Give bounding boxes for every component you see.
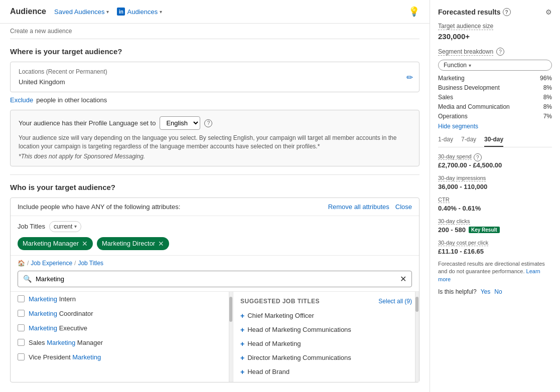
function-chevron-icon: ▾ (469, 63, 471, 68)
plus-icon-3: + (240, 354, 244, 362)
search-icon: 🔍 (23, 275, 32, 283)
breadcrumb-job-experience[interactable]: Job Experience (31, 260, 72, 267)
plus-icon-1: + (240, 326, 244, 334)
job-titles-label: Job Titles (18, 223, 45, 230)
segment-row-1: Business Development 8% (438, 84, 552, 91)
tabs-row: 1-day 7-day 30-day (438, 136, 552, 147)
plus-icon-0: + (240, 312, 244, 320)
audiences-button[interactable]: in Audiences ▾ (117, 8, 162, 16)
result-checkbox-1[interactable] (18, 310, 25, 317)
search-section: 🏠 / Job Experience / Job Titles 🔍 ✕ (11, 255, 419, 291)
list-item[interactable]: Sales Marketing Manager (11, 335, 233, 350)
segment-help-icon[interactable]: ? (496, 48, 504, 56)
suggested-item-label-4: Head of Brand (247, 368, 290, 375)
metric-cost-per-click: 30-day cost per click £11.10 - £16.65 (438, 239, 552, 255)
forecasted-panel: Forecasted results ? ⚙ Target audience s… (430, 0, 560, 392)
breadcrumb-job-titles[interactable]: Job Titles (78, 260, 103, 267)
language-box: Your audience has their Profile Language… (10, 110, 419, 166)
result-checkbox-3[interactable] (18, 339, 25, 346)
target-size-label: Target audience size (438, 23, 493, 30)
suggested-item-3[interactable]: + Director Marketing Communications (233, 351, 419, 365)
segment-row-2: Sales 8% (438, 94, 552, 101)
suggested-item-label-0: Chief Marketing Officer (247, 312, 314, 319)
forecast-note: Forecasted results are directional estim… (438, 260, 552, 283)
suggested-item-2[interactable]: + Head of Marketing (233, 337, 419, 351)
breadcrumb-home-icon[interactable]: 🏠 (18, 260, 25, 267)
audience-title: Audience (10, 7, 46, 16)
list-item[interactable]: Marketing Coordinator (11, 306, 233, 321)
who-section-title: Who is your target audience? (10, 183, 419, 191)
segment-breakdown-label: Segment breakdown (438, 48, 493, 56)
metric-ctr: CTR 0.40% - 0.61% (438, 195, 552, 212)
breadcrumb-sep-1: / (27, 260, 29, 267)
exclude-description: people in other locations (36, 96, 107, 104)
list-item[interactable]: Marketing Executive (11, 321, 233, 335)
tag-marketing-director-label: Marketing Director (102, 240, 155, 247)
tag-marketing-director: Marketing Director ✕ (97, 237, 169, 250)
result-checkbox-0[interactable] (18, 295, 25, 302)
language-note2: *This does not apply for Sponsored Messa… (19, 153, 411, 160)
exclude-link[interactable]: Exclude (10, 96, 33, 104)
metric-impressions-label: 30-day impressions (438, 175, 486, 181)
saved-audiences-button[interactable]: Saved Audiences ▾ (54, 8, 109, 16)
list-item[interactable]: Marketing Intern (11, 292, 233, 306)
edit-icon[interactable]: ✏ (406, 72, 413, 82)
segment-row-3: Media and Communication 8% (438, 103, 552, 110)
forecasted-help-icon[interactable]: ? (503, 8, 511, 16)
tab-1-day[interactable]: 1-day (438, 136, 453, 147)
location-label: Locations (Recent or Permanent) (19, 68, 411, 75)
language-help-icon[interactable]: ? (204, 119, 212, 127)
dropdown-results: Marketing Intern Marketing Coordinator M… (11, 291, 419, 382)
current-label: current (54, 223, 72, 230)
search-input[interactable] (36, 275, 396, 283)
metric-ctr-value: 0.40% - 0.61% (438, 205, 552, 212)
metric-ctr-label: CTR (438, 197, 450, 203)
result-checkbox-2[interactable] (18, 324, 25, 331)
suggested-item-5[interactable]: + Vice President Marketing (233, 379, 419, 382)
attributes-box: Include people who have ANY of the follo… (10, 198, 419, 382)
function-label: Function (444, 62, 467, 69)
tag-marketing-manager-remove[interactable]: ✕ (82, 240, 88, 248)
tags-container: Marketing Manager ✕ Marketing Director ✕ (11, 237, 419, 255)
audiences-label: Audiences (127, 8, 158, 16)
suggested-item-1[interactable]: + Head of Marketing Communications (233, 323, 419, 337)
metric-impressions-value: 36,000 - 110,000 (438, 183, 552, 190)
breadcrumb-sep-2: / (74, 260, 76, 267)
suggested-item-4[interactable]: + Head of Brand (233, 365, 419, 379)
language-select[interactable]: English (160, 116, 200, 130)
key-result-badge: Key Result (469, 227, 500, 233)
remove-all-button[interactable]: Remove all attributes (328, 203, 389, 211)
close-button[interactable]: Close (395, 203, 412, 211)
plus-icon-2: + (240, 340, 244, 348)
where-section-title: Where is your target audience? (10, 47, 419, 56)
result-text-2: Marketing Executive (29, 324, 87, 332)
metric-clicks: 30-day clicks 200 - 580 Key Result (438, 217, 552, 234)
suggested-item-label-3: Director Marketing Communications (247, 354, 351, 361)
result-text-4: Vice President Marketing (29, 353, 101, 361)
function-dropdown[interactable]: Function ▾ (438, 60, 552, 71)
suggested-item-0[interactable]: + Chief Marketing Officer (233, 309, 419, 323)
clear-search-icon[interactable]: ✕ (400, 274, 406, 284)
bulb-icon[interactable]: 💡 (408, 6, 419, 17)
metric-spend-label: 30-day spend (438, 153, 472, 160)
select-all-button[interactable]: Select all (9) (378, 298, 412, 305)
segment-name-1: Business Development (438, 84, 500, 91)
segment-pct-1: 8% (543, 84, 552, 91)
current-dropdown[interactable]: current ▾ (49, 221, 81, 232)
metric-spend-help-icon[interactable]: ? (474, 153, 482, 161)
result-checkbox-4[interactable] (18, 353, 25, 360)
yes-button[interactable]: Yes (481, 288, 491, 295)
search-input-wrapper: 🔍 ✕ (18, 271, 412, 287)
hide-segments-link[interactable]: Hide segments (438, 123, 552, 130)
metric-30-day-spend: 30-day spend ? £2,700.00 - £4,500.00 (438, 153, 552, 169)
result-text-3: Sales Marketing Manager (29, 339, 103, 346)
no-button[interactable]: No (494, 288, 502, 295)
tag-marketing-director-remove[interactable]: ✕ (158, 240, 164, 248)
list-item[interactable]: Vice President Marketing (11, 350, 233, 364)
gear-icon[interactable]: ⚙ (545, 8, 552, 16)
tab-7-day[interactable]: 7-day (461, 136, 476, 147)
linkedin-icon: in (117, 8, 125, 16)
suggested-label: Suggested Job Titles (240, 298, 320, 305)
language-label: Your audience has their Profile Language… (19, 119, 156, 127)
tab-30-day[interactable]: 30-day (484, 136, 503, 147)
